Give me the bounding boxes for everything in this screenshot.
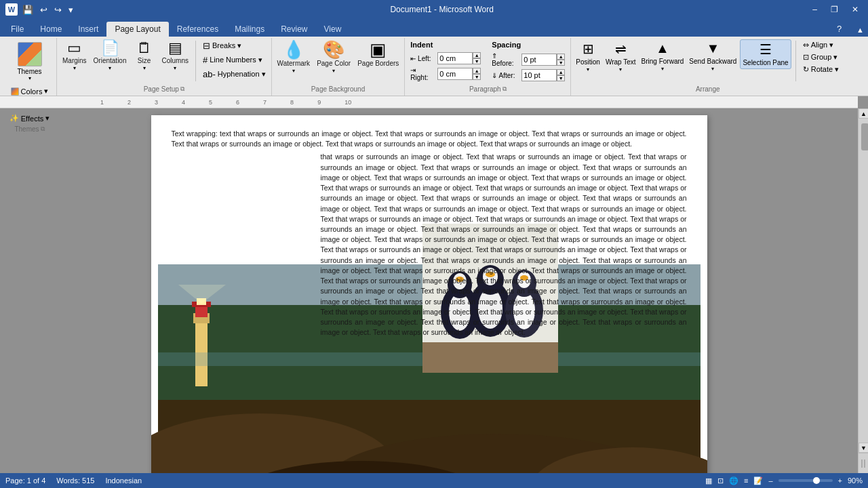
arrange-content: ⊞ Position ▾ ⇌ Wrap Text ▾ ▲ Bring Forwa… — [574, 39, 842, 84]
indent-left-input[interactable] — [437, 52, 473, 64]
spacing-after-down-btn[interactable]: ▼ — [557, 75, 565, 81]
help-btn[interactable]: ? — [831, 21, 847, 37]
spacing-after-up-btn[interactable]: ▲ — [557, 69, 565, 75]
line-numbers-btn[interactable]: # Line Numbers ▾ — [200, 54, 269, 66]
close-btn[interactable]: ✕ — [848, 3, 863, 16]
spacing-before-up-btn[interactable]: ▲ — [557, 54, 565, 60]
wrap-text-btn[interactable]: ⇌ Wrap Text ▾ — [604, 39, 638, 74]
position-btn[interactable]: ⊞ Position ▾ — [574, 39, 602, 74]
scroll-track[interactable] — [859, 119, 868, 443]
send-backward-dropdown-icon: ▾ — [711, 66, 714, 72]
spacing-before-input[interactable] — [521, 54, 557, 66]
scroll-resize-area — [859, 453, 868, 473]
wrap-text-icon: ⇌ — [615, 41, 627, 57]
tab-review[interactable]: Review — [273, 22, 315, 37]
rotate-icon: ↻ — [803, 65, 809, 74]
page-color-dropdown-icon: ▾ — [332, 68, 335, 74]
selection-pane-icon: ☰ — [760, 41, 772, 58]
ribbon-collapse-btn[interactable]: ▲ — [852, 23, 868, 37]
indent-right-input[interactable] — [437, 68, 473, 80]
group-btn[interactable]: ⊡ Group ▾ — [800, 52, 842, 63]
breaks-btn[interactable]: ⊟ Breaks ▾ — [200, 39, 269, 52]
ribbon: Themes ▾ Colors ▾ A Fonts ▾ ✨ Effects ▾ — [0, 37, 868, 96]
colors-btn[interactable]: Colors ▾ — [8, 85, 52, 97]
orientation-dropdown-icon: ▾ — [108, 65, 111, 71]
tab-file[interactable]: File — [3, 22, 32, 37]
breaks-label: Breaks ▾ — [212, 41, 241, 50]
svg-rect-30 — [422, 342, 558, 373]
spacing-after-row: ⇓ After: ▲ ▼ — [492, 69, 565, 81]
indent-right-icon: ⇥ Right: — [410, 66, 435, 81]
indent-right-up-btn[interactable]: ▲ — [473, 68, 481, 74]
selection-pane-btn[interactable]: ☰ Selection Pane — [740, 39, 791, 69]
view-outline-btn[interactable]: ≡ — [744, 476, 748, 485]
themes-label: Themes — [17, 68, 41, 75]
resize-bar-1 — [861, 460, 863, 468]
view-full-btn[interactable]: ⊡ — [717, 476, 724, 485]
zoom-in-btn[interactable]: + — [838, 476, 842, 485]
tab-mailings[interactable]: Mailings — [226, 22, 273, 37]
rotate-btn[interactable]: ↻ Rotate ▾ — [800, 64, 842, 75]
redo-quick-btn[interactable]: ↪ — [52, 4, 64, 16]
tab-page-layout[interactable]: Page Layout — [106, 22, 168, 37]
page-color-btn[interactable]: 🎨 Page Color ▾ — [314, 39, 353, 75]
hyphenation-btn[interactable]: ab- Hyphenation ▾ — [200, 68, 269, 81]
tab-insert[interactable]: Insert — [70, 22, 106, 37]
spacing-after-icon: ⇓ After: — [492, 72, 519, 79]
watermark-btn[interactable]: 💧 Watermark ▾ — [275, 39, 313, 75]
undo-quick-btn[interactable]: ↩ — [38, 4, 50, 16]
scroll-thumb[interactable] — [861, 123, 868, 150]
word-count: Words: 515 — [56, 476, 94, 485]
document-text: Text wrapping: text that wraps or surrou… — [172, 129, 687, 338]
spacing-before-down-btn[interactable]: ▼ — [557, 60, 565, 66]
columns-btn[interactable]: ▤ Columns ▾ — [159, 39, 191, 73]
hyphenation-label: Hyphenation ▾ — [218, 70, 266, 79]
scroll-up-btn[interactable]: ▲ — [859, 108, 868, 119]
document-scroll-area[interactable]: Text wrapping: text that wraps or surrou… — [0, 108, 858, 473]
save-quick-btn[interactable]: 💾 — [20, 4, 35, 16]
themes-btn[interactable]: Themes ▾ — [14, 39, 44, 84]
indent-right-input-group: ▲ ▼ — [437, 68, 481, 80]
themes-dropdown-icon: ▾ — [28, 75, 31, 81]
restore-btn[interactable]: ❐ — [827, 3, 842, 16]
page-setup-expand-btn[interactable]: ⧉ — [180, 85, 184, 93]
line-numbers-label: Line Numbers ▾ — [210, 56, 262, 64]
zoom-thumb — [813, 477, 820, 484]
page-borders-btn[interactable]: ▣ Page Borders — [355, 39, 401, 69]
tab-references[interactable]: References — [169, 22, 226, 37]
watermark-dropdown-icon: ▾ — [292, 68, 295, 74]
page-setup-group-label: Page Setup ⧉ — [60, 84, 269, 94]
vertical-scrollbar[interactable]: ▲ ▼ — [858, 108, 868, 473]
scroll-down-btn[interactable]: ▼ — [859, 443, 868, 453]
tab-home[interactable]: Home — [32, 22, 70, 37]
size-btn[interactable]: 🗒 Size ▾ — [131, 39, 158, 73]
indent-left-up-btn[interactable]: ▲ — [473, 52, 481, 58]
position-icon: ⊞ — [583, 41, 594, 57]
orientation-btn[interactable]: 📄 Orientation ▾ — [91, 39, 130, 73]
indent-left-down-btn[interactable]: ▼ — [473, 58, 481, 64]
spacing-after-input[interactable] — [521, 69, 557, 81]
quick-access-dropdown[interactable]: ▾ — [66, 4, 75, 16]
align-label: Align ▾ — [811, 41, 834, 49]
size-icon: 🗒 — [137, 41, 152, 56]
bring-forward-btn[interactable]: ▲ Bring Forward ▾ — [639, 39, 686, 73]
tab-view[interactable]: View — [316, 22, 350, 37]
align-btn[interactable]: ⇔ Align ▾ — [800, 39, 842, 51]
wrap-text-dropdown-icon: ▾ — [619, 66, 622, 73]
selection-pane-label: Selection Pane — [743, 59, 788, 67]
minimize-btn[interactable]: – — [808, 3, 821, 16]
spacing-after-input-group: ▲ ▼ — [521, 69, 565, 81]
page-borders-icon: ▣ — [370, 41, 387, 58]
view-draft-btn[interactable]: 📝 — [753, 476, 763, 485]
zoom-out-btn[interactable]: – — [768, 476, 772, 485]
themes-icon — [18, 42, 42, 66]
hyphenation-icon: ab- — [203, 69, 216, 79]
indent-right-down-btn[interactable]: ▼ — [473, 74, 481, 80]
margins-btn[interactable]: ▭ Margins ▾ — [60, 39, 90, 73]
view-normal-btn[interactable]: ▦ — [705, 476, 712, 485]
zoom-slider[interactable] — [778, 479, 833, 482]
page-borders-label: Page Borders — [357, 60, 399, 68]
send-backward-btn[interactable]: ▼ Send Backward ▾ — [687, 39, 738, 73]
paragraph-expand-btn[interactable]: ⧉ — [502, 85, 507, 93]
view-web-btn[interactable]: 🌐 — [729, 476, 738, 485]
